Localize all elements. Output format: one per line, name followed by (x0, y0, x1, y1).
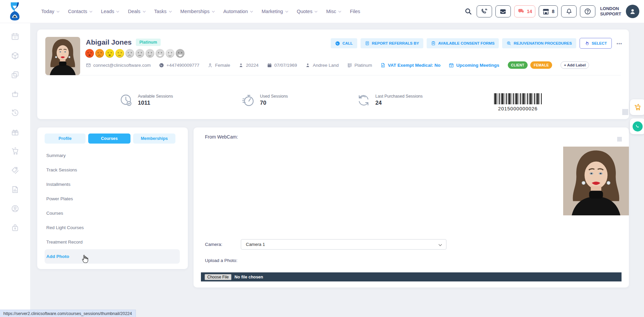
package-icon[interactable] (11, 51, 19, 60)
nav-automation[interactable]: Automation (223, 9, 253, 14)
dialer-button[interactable] (477, 5, 492, 17)
inbox-button[interactable] (495, 5, 511, 17)
no-file-text: No file chosen (234, 275, 263, 279)
client-phone[interactable]: +447490009777 (159, 63, 199, 68)
nav-contacts[interactable]: Contacts (68, 9, 92, 14)
menu-add-photo[interactable]: Add Photo (45, 249, 180, 264)
storefront-icon (542, 8, 550, 15)
history-icon[interactable] (11, 109, 19, 117)
menu-track-sessions[interactable]: Track Sessions (37, 163, 188, 177)
vat-exempt-link[interactable]: VAT Exempt Medical: No (380, 63, 440, 68)
menu-red-light-courses[interactable]: Red Light Courses (37, 220, 188, 235)
phone-icon (633, 121, 643, 131)
copy-icon[interactable] (11, 70, 19, 79)
status-url-bar: https://server2.clinicsoftware.com/cours… (0, 310, 136, 317)
client-name: Abigail Jones (86, 38, 132, 46)
user-avatar[interactable] (626, 5, 639, 18)
phone-icon (335, 41, 340, 46)
nav-today[interactable]: Today (41, 9, 59, 14)
stat-last-purchased: Last Purchased Sessions 24 (357, 93, 423, 107)
notifications-button[interactable] (561, 5, 577, 17)
menu-summary[interactable]: Summary (37, 148, 188, 163)
client-actions-row: CALL REPORT REFERRALS BY AVAILABLE CONSE… (331, 38, 624, 49)
nav-label: Today (41, 9, 54, 14)
nav-deals[interactable]: Deals (128, 9, 145, 14)
svg-text:12: 12 (14, 36, 16, 39)
divider (45, 75, 621, 75)
more-actions-button[interactable]: ••• (615, 40, 624, 47)
document-icon (380, 63, 385, 68)
main-nav: Today Contacts Leads Deals Tasks Members… (41, 0, 360, 23)
nav-files[interactable]: Files (350, 9, 360, 14)
nav-memberships[interactable]: Memberships (180, 9, 214, 14)
cart-icon[interactable] (11, 147, 19, 156)
gift-icon[interactable] (11, 128, 19, 137)
client-contact-row: connect@clinicsoftware.com +447490009777… (86, 61, 589, 69)
tab-memberships[interactable]: Memberships (133, 134, 175, 144)
file-upload-bar: Choose File No file chosen (201, 272, 622, 281)
email-icon (86, 63, 91, 68)
account-icon[interactable] (11, 204, 19, 213)
client-owner: Andree Land (305, 63, 338, 68)
person-icon (238, 63, 244, 68)
report-icon[interactable] (11, 185, 19, 194)
phone-icon (159, 63, 164, 68)
inbox-icon (499, 8, 507, 15)
mood-face-icon[interactable] (146, 49, 154, 58)
tab-courses[interactable]: Courses (88, 134, 130, 144)
basket-icon[interactable] (11, 90, 19, 98)
clinic-logo-icon[interactable] (5, 1, 25, 22)
nav-misc[interactable]: Misc (326, 9, 341, 14)
calendar-icon[interactable]: 12 (11, 32, 19, 41)
menu-installments[interactable]: Installments (37, 177, 188, 192)
mood-face-icon[interactable] (156, 49, 164, 58)
bell-icon (566, 8, 573, 15)
consent-forms-button[interactable]: AVAILABLE CONSENT FORMS (427, 38, 499, 48)
choose-file-button[interactable]: Choose File (205, 274, 231, 280)
nav-quotes[interactable]: Quotes (297, 9, 317, 14)
quick-cart-button[interactable] (630, 99, 644, 115)
mood-face-icon[interactable] (95, 49, 104, 58)
menu-power-plates[interactable]: Power Plates (37, 192, 188, 206)
help-button[interactable] (580, 5, 595, 17)
question-icon (584, 8, 591, 15)
search-icon[interactable] (463, 6, 473, 16)
panel-menu: Summary Track Sessions Installments Powe… (37, 148, 188, 264)
mood-face-icon[interactable] (166, 49, 174, 58)
tags-icon[interactable] (11, 166, 19, 175)
nav-marketing[interactable]: Marketing (262, 9, 288, 14)
menu-treatment-record[interactable]: Treatment Record (37, 235, 188, 249)
mood-face-icon[interactable] (105, 49, 114, 58)
client-dob: 07/07/1969 (267, 63, 297, 68)
mood-face-icon[interactable] (136, 49, 144, 58)
tab-profile[interactable]: Profile (45, 134, 86, 144)
tier-badge: Platinum (136, 39, 161, 46)
lock-icon[interactable] (11, 223, 19, 232)
nav-tasks[interactable]: Tasks (154, 9, 171, 14)
rejuvenation-button[interactable]: REJUVENATION PROCEDURES (502, 38, 576, 48)
report-referrals-button[interactable]: REPORT REFERRALS BY (361, 38, 424, 48)
nav-leads[interactable]: Leads (101, 9, 119, 14)
mood-face-icon[interactable] (85, 49, 94, 58)
mood-face-icon[interactable] (125, 49, 134, 58)
quick-call-button[interactable] (630, 118, 644, 134)
nav-label: Deals (128, 9, 140, 14)
store-button[interactable]: 8 (539, 5, 558, 17)
chevron-down-icon (285, 9, 288, 12)
mood-rating-row (85, 49, 184, 58)
client-email[interactable]: connect@clinicsoftware.com (86, 63, 151, 68)
chat-notifications-button[interactable]: 14 (514, 5, 536, 17)
mood-face-icon[interactable] (115, 49, 124, 58)
mood-face-icon[interactable] (176, 49, 184, 58)
upload-label: Upload a Photo: (205, 258, 237, 263)
tag-client[interactable]: CLIENT (508, 61, 528, 69)
chevron-down-icon (439, 243, 442, 246)
upcoming-meetings-link[interactable]: Upcoming Meetings (449, 63, 499, 68)
select-button[interactable]: SELECT (580, 38, 612, 49)
add-label-button[interactable]: + Add Label (560, 61, 589, 69)
menu-courses[interactable]: Courses (37, 206, 188, 220)
client-photo[interactable] (45, 37, 80, 75)
call-button[interactable]: CALL (331, 38, 357, 48)
camera-select[interactable]: Camera 1 (241, 239, 446, 250)
tag-female[interactable]: FEMALE (530, 61, 552, 69)
